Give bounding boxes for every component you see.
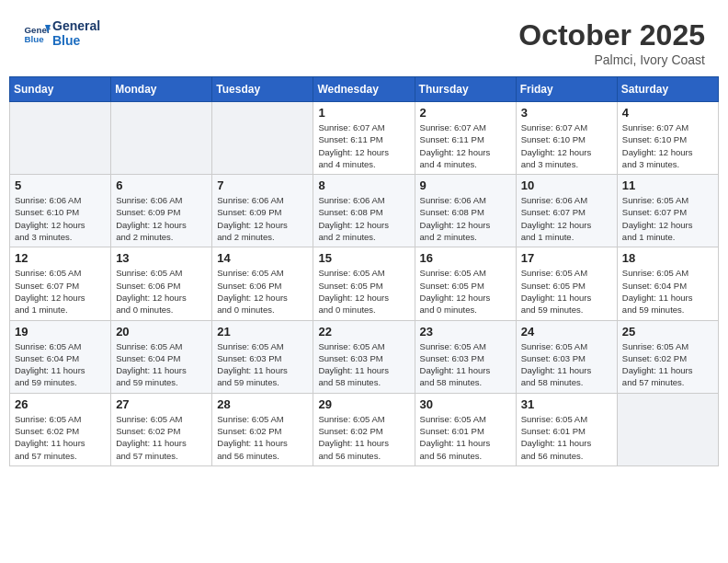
weekday-header-monday: Monday bbox=[111, 77, 212, 102]
day-number: 26 bbox=[15, 397, 106, 411]
calendar-cell: 17Sunrise: 6:05 AM Sunset: 6:05 PM Dayli… bbox=[516, 247, 617, 320]
day-info: Sunrise: 6:05 AM Sunset: 6:03 PM Dayligh… bbox=[521, 340, 612, 389]
day-info: Sunrise: 6:06 AM Sunset: 6:09 PM Dayligh… bbox=[217, 194, 308, 243]
day-info: Sunrise: 6:07 AM Sunset: 6:10 PM Dayligh… bbox=[521, 121, 612, 170]
calendar-week-row: 5Sunrise: 6:06 AM Sunset: 6:10 PM Daylig… bbox=[10, 175, 719, 247]
day-number: 23 bbox=[420, 325, 511, 339]
calendar-cell: 7Sunrise: 6:06 AM Sunset: 6:09 PM Daylig… bbox=[212, 175, 313, 247]
day-number: 11 bbox=[622, 178, 713, 192]
month-title: October 2025 bbox=[518, 18, 705, 52]
day-number: 17 bbox=[521, 251, 612, 265]
calendar-cell: 11Sunrise: 6:05 AM Sunset: 6:07 PM Dayli… bbox=[617, 175, 718, 247]
day-info: Sunrise: 6:06 AM Sunset: 6:09 PM Dayligh… bbox=[116, 194, 207, 243]
svg-text:Blue: Blue bbox=[25, 34, 45, 44]
calendar-week-row: 1Sunrise: 6:07 AM Sunset: 6:11 PM Daylig… bbox=[10, 102, 719, 175]
day-info: Sunrise: 6:05 AM Sunset: 6:03 PM Dayligh… bbox=[217, 340, 308, 389]
day-number: 5 bbox=[15, 178, 106, 192]
day-number: 22 bbox=[318, 325, 409, 339]
logo-icon: General Blue bbox=[23, 19, 51, 47]
day-number: 7 bbox=[217, 178, 308, 192]
day-number: 21 bbox=[217, 325, 308, 339]
calendar-table: SundayMondayTuesdayWednesdayThursdayFrid… bbox=[9, 76, 719, 466]
day-info: Sunrise: 6:05 AM Sunset: 6:07 PM Dayligh… bbox=[15, 267, 106, 316]
day-number: 1 bbox=[318, 106, 409, 120]
day-number: 27 bbox=[116, 397, 207, 411]
day-info: Sunrise: 6:07 AM Sunset: 6:10 PM Dayligh… bbox=[622, 121, 713, 170]
calendar-week-row: 26Sunrise: 6:05 AM Sunset: 6:02 PM Dayli… bbox=[10, 393, 719, 465]
calendar-cell bbox=[111, 102, 212, 175]
day-info: Sunrise: 6:05 AM Sunset: 6:01 PM Dayligh… bbox=[420, 413, 511, 462]
weekday-header-row: SundayMondayTuesdayWednesdayThursdayFrid… bbox=[10, 77, 719, 102]
day-info: Sunrise: 6:06 AM Sunset: 6:08 PM Dayligh… bbox=[420, 194, 511, 243]
day-number: 14 bbox=[217, 251, 308, 265]
page-header: General Blue General Blue October 2025 P… bbox=[9, 9, 719, 72]
calendar-cell: 20Sunrise: 6:05 AM Sunset: 6:04 PM Dayli… bbox=[111, 320, 212, 393]
day-number: 28 bbox=[217, 397, 308, 411]
calendar-cell: 27Sunrise: 6:05 AM Sunset: 6:02 PM Dayli… bbox=[111, 393, 212, 465]
day-info: Sunrise: 6:05 AM Sunset: 6:02 PM Dayligh… bbox=[217, 413, 308, 462]
day-number: 25 bbox=[622, 325, 713, 339]
weekday-header-thursday: Thursday bbox=[415, 77, 516, 102]
calendar-cell: 9Sunrise: 6:06 AM Sunset: 6:08 PM Daylig… bbox=[415, 175, 516, 247]
day-info: Sunrise: 6:05 AM Sunset: 6:06 PM Dayligh… bbox=[116, 267, 207, 316]
calendar-cell: 15Sunrise: 6:05 AM Sunset: 6:05 PM Dayli… bbox=[313, 247, 415, 320]
calendar-cell: 22Sunrise: 6:05 AM Sunset: 6:03 PM Dayli… bbox=[313, 320, 415, 393]
weekday-header-sunday: Sunday bbox=[10, 77, 111, 102]
calendar-cell: 16Sunrise: 6:05 AM Sunset: 6:05 PM Dayli… bbox=[415, 247, 516, 320]
calendar-cell: 3Sunrise: 6:07 AM Sunset: 6:10 PM Daylig… bbox=[516, 102, 617, 175]
day-number: 2 bbox=[420, 106, 511, 120]
day-number: 6 bbox=[116, 178, 207, 192]
weekday-header-wednesday: Wednesday bbox=[313, 77, 415, 102]
day-info: Sunrise: 6:07 AM Sunset: 6:11 PM Dayligh… bbox=[420, 121, 511, 170]
calendar-cell bbox=[212, 102, 313, 175]
day-number: 4 bbox=[622, 106, 713, 120]
day-info: Sunrise: 6:05 AM Sunset: 6:06 PM Dayligh… bbox=[217, 267, 308, 316]
calendar-cell: 10Sunrise: 6:06 AM Sunset: 6:07 PM Dayli… bbox=[516, 175, 617, 247]
calendar-cell: 8Sunrise: 6:06 AM Sunset: 6:08 PM Daylig… bbox=[313, 175, 415, 247]
day-number: 24 bbox=[521, 325, 612, 339]
day-number: 18 bbox=[622, 251, 713, 265]
calendar-cell: 12Sunrise: 6:05 AM Sunset: 6:07 PM Dayli… bbox=[10, 247, 111, 320]
logo-general: General bbox=[52, 18, 100, 33]
day-number: 8 bbox=[318, 178, 409, 192]
calendar-week-row: 19Sunrise: 6:05 AM Sunset: 6:04 PM Dayli… bbox=[10, 320, 719, 393]
calendar-cell: 23Sunrise: 6:05 AM Sunset: 6:03 PM Dayli… bbox=[415, 320, 516, 393]
calendar-cell: 25Sunrise: 6:05 AM Sunset: 6:02 PM Dayli… bbox=[617, 320, 718, 393]
calendar-cell: 19Sunrise: 6:05 AM Sunset: 6:04 PM Dayli… bbox=[10, 320, 111, 393]
calendar-cell: 18Sunrise: 6:05 AM Sunset: 6:04 PM Dayli… bbox=[617, 247, 718, 320]
day-info: Sunrise: 6:05 AM Sunset: 6:04 PM Dayligh… bbox=[622, 267, 713, 316]
calendar-cell: 29Sunrise: 6:05 AM Sunset: 6:02 PM Dayli… bbox=[313, 393, 415, 465]
day-info: Sunrise: 6:06 AM Sunset: 6:07 PM Dayligh… bbox=[521, 194, 612, 243]
day-number: 16 bbox=[420, 251, 511, 265]
day-number: 30 bbox=[420, 397, 511, 411]
day-number: 29 bbox=[318, 397, 409, 411]
day-number: 12 bbox=[15, 251, 106, 265]
calendar-cell: 4Sunrise: 6:07 AM Sunset: 6:10 PM Daylig… bbox=[617, 102, 718, 175]
day-info: Sunrise: 6:05 AM Sunset: 6:05 PM Dayligh… bbox=[420, 267, 511, 316]
day-number: 13 bbox=[116, 251, 207, 265]
day-info: Sunrise: 6:05 AM Sunset: 6:03 PM Dayligh… bbox=[420, 340, 511, 389]
calendar-cell bbox=[10, 102, 111, 175]
calendar-cell: 14Sunrise: 6:05 AM Sunset: 6:06 PM Dayli… bbox=[212, 247, 313, 320]
day-info: Sunrise: 6:06 AM Sunset: 6:08 PM Dayligh… bbox=[318, 194, 409, 243]
day-info: Sunrise: 6:05 AM Sunset: 6:01 PM Dayligh… bbox=[521, 413, 612, 462]
day-number: 9 bbox=[420, 178, 511, 192]
calendar-cell: 21Sunrise: 6:05 AM Sunset: 6:03 PM Dayli… bbox=[212, 320, 313, 393]
calendar-cell: 24Sunrise: 6:05 AM Sunset: 6:03 PM Dayli… bbox=[516, 320, 617, 393]
day-info: Sunrise: 6:05 AM Sunset: 6:02 PM Dayligh… bbox=[622, 340, 713, 389]
day-number: 20 bbox=[116, 325, 207, 339]
calendar-cell: 31Sunrise: 6:05 AM Sunset: 6:01 PM Dayli… bbox=[516, 393, 617, 465]
day-info: Sunrise: 6:05 AM Sunset: 6:05 PM Dayligh… bbox=[521, 267, 612, 316]
calendar-cell: 2Sunrise: 6:07 AM Sunset: 6:11 PM Daylig… bbox=[415, 102, 516, 175]
day-info: Sunrise: 6:05 AM Sunset: 6:05 PM Dayligh… bbox=[318, 267, 409, 316]
calendar-cell: 13Sunrise: 6:05 AM Sunset: 6:06 PM Dayli… bbox=[111, 247, 212, 320]
day-info: Sunrise: 6:05 AM Sunset: 6:04 PM Dayligh… bbox=[116, 340, 207, 389]
calendar-cell: 30Sunrise: 6:05 AM Sunset: 6:01 PM Dayli… bbox=[415, 393, 516, 465]
calendar-cell: 6Sunrise: 6:06 AM Sunset: 6:09 PM Daylig… bbox=[111, 175, 212, 247]
day-number: 3 bbox=[521, 106, 612, 120]
calendar-cell: 28Sunrise: 6:05 AM Sunset: 6:02 PM Dayli… bbox=[212, 393, 313, 465]
calendar-cell: 26Sunrise: 6:05 AM Sunset: 6:02 PM Dayli… bbox=[10, 393, 111, 465]
day-info: Sunrise: 6:05 AM Sunset: 6:02 PM Dayligh… bbox=[116, 413, 207, 462]
logo: General Blue General Blue bbox=[23, 18, 100, 48]
logo-blue: Blue bbox=[52, 33, 100, 48]
